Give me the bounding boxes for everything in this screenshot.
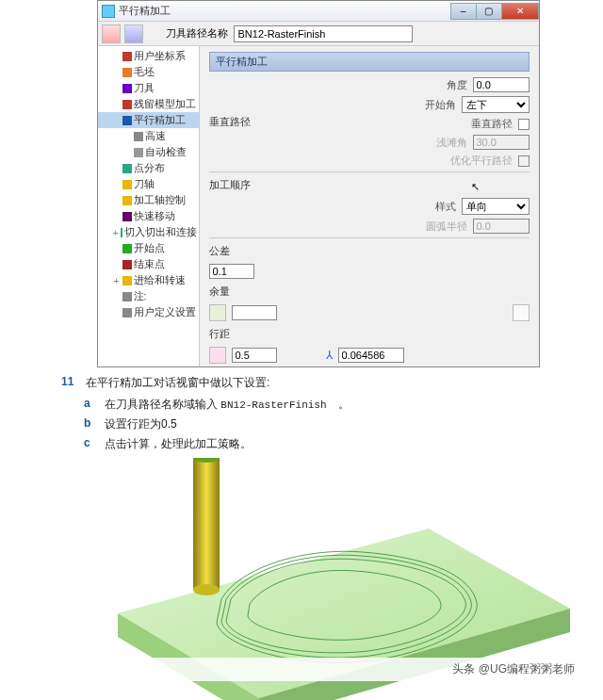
step-number: 11 (61, 375, 78, 391)
close-button[interactable]: ✕ (501, 3, 539, 20)
arc-input (473, 219, 530, 234)
tree-node[interactable]: 自动检查 (98, 144, 199, 160)
substep-a-letter: a (84, 397, 97, 413)
substep-c-letter: c (84, 436, 97, 452)
style-select[interactable]: 单向 (462, 198, 530, 215)
toolbar: 刀具路径名称 (98, 22, 539, 46)
window-title: 平行精加工 (119, 4, 451, 18)
tree-node[interactable]: 用户定义设置 (98, 304, 199, 320)
vpath-group-label: 垂直路径 (209, 115, 251, 129)
scallop-input[interactable] (338, 348, 404, 363)
svg-point-5 (193, 584, 220, 595)
tree-node[interactable]: 残留模型加工 (98, 96, 199, 112)
settings-tree[interactable]: 用户坐标系毛坯刀具残留模型加工平行精加工高速自动检查点分布刀轴加工轴控制快速移动… (98, 46, 200, 366)
maximize-button[interactable]: ▢ (476, 3, 502, 20)
app-icon (102, 5, 115, 18)
toolbar-btn-1[interactable] (102, 24, 121, 43)
scallop-icon: ⅄ (326, 349, 333, 362)
substep-b: 设置行距为0.5 (105, 416, 177, 432)
shallow-input (473, 135, 530, 150)
tree-node[interactable]: 用户坐标系 (98, 48, 199, 64)
step-title: 在平行精加工对话视窗中做以下设置: (86, 375, 269, 391)
opt-checkbox (518, 155, 530, 167)
minimize-button[interactable]: – (450, 3, 477, 20)
vpath-checkbox[interactable] (518, 119, 530, 130)
panel-header: 平行精加工 (209, 52, 530, 72)
tree-node[interactable]: 开始点 (98, 240, 199, 256)
toolbar-btn-2[interactable] (124, 24, 143, 43)
tree-node[interactable]: +切入切出和连接 (98, 224, 199, 240)
raster-finish-dialog: 平行精加工 – ▢ ✕ 刀具路径名称 用户坐标系毛坯刀具残留模型加工平行精加工高… (97, 0, 540, 367)
order-group-label: 加工顺序 (209, 178, 530, 192)
tree-node[interactable]: 刀轴 (98, 176, 199, 192)
tree-node[interactable]: 点分布 (98, 160, 199, 176)
tree-node[interactable]: 结束点 (98, 256, 199, 272)
tolerance-label: 公差 (209, 244, 530, 258)
stock-icon-1[interactable] (209, 304, 226, 321)
toolpath-name-input[interactable] (234, 25, 413, 42)
substep-a: 在刀具路径名称域输入 BN12-RasterFinish 。 (105, 397, 350, 413)
instruction-block: 11 在平行精加工对话视窗中做以下设置: a 在刀具路径名称域输入 BN12-R… (61, 375, 589, 452)
substep-c: 点击计算，处理此加工策略。 (105, 436, 252, 452)
angle-label: 角度 (447, 78, 467, 92)
tree-node[interactable]: 平行精加工 (98, 112, 199, 128)
tree-node[interactable]: 快速移动 (98, 208, 199, 224)
settings-panel: 平行精加工 角度 开始角 左下 垂直路径 ↖ 垂直路径 (200, 46, 539, 366)
tree-node[interactable]: 加工轴控制 (98, 192, 199, 208)
attribution-watermark: 头条 @UG编程粥粥老师 (0, 658, 603, 681)
toolpath-name-label: 刀具路径名称 (166, 26, 228, 41)
opt-label: 优化平行路径 (450, 154, 513, 168)
stepover-input[interactable] (232, 348, 277, 363)
angle-input[interactable] (473, 77, 530, 92)
vpath-label: 垂直路径 (471, 117, 513, 131)
tree-node[interactable]: 毛坯 (98, 64, 199, 80)
substep-b-letter: b (84, 416, 97, 432)
tolerance-input[interactable] (209, 264, 254, 279)
shallow-label: 浅滩角 (436, 136, 467, 150)
stepover-icon[interactable] (209, 347, 226, 364)
tree-node[interactable]: 高速 (98, 128, 199, 144)
stock-label: 余量 (209, 285, 530, 299)
titlebar[interactable]: 平行精加工 – ▢ ✕ (98, 1, 539, 22)
arc-label: 圆弧半径 (426, 220, 467, 234)
svg-rect-3 (193, 458, 220, 590)
stock-input[interactable] (232, 305, 277, 320)
stepover-label: 行距 (209, 327, 530, 341)
style-label: 样式 (435, 200, 456, 214)
stock-icon-2[interactable] (513, 304, 530, 321)
tree-node[interactable]: +进给和转速 (98, 272, 199, 288)
start-corner-label: 开始角 (425, 98, 456, 112)
tree-node[interactable]: 刀具 (98, 80, 199, 96)
tree-node[interactable]: 注: (98, 288, 199, 304)
start-corner-select[interactable]: 左下 (462, 96, 530, 113)
